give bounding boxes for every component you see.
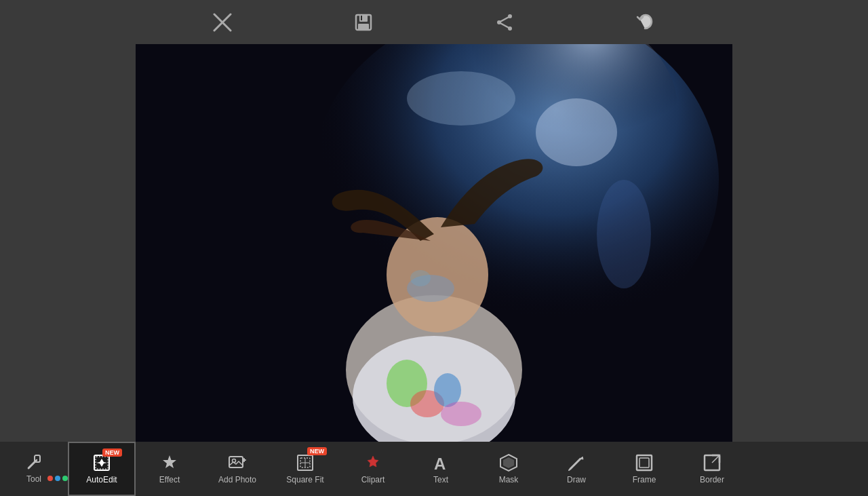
effect-label: Effect — [159, 475, 180, 484]
frame-label: Frame — [633, 475, 656, 484]
frame-button[interactable]: Frame — [610, 442, 678, 496]
bottom-toolbar: Download Tool NEW AutoEdit — [0, 442, 868, 496]
clipart-label: Clipart — [361, 475, 385, 484]
svg-marker-44 — [503, 457, 514, 468]
svg-rect-48 — [639, 458, 649, 468]
square-fit-button[interactable]: NEW Square Fit — [271, 442, 339, 496]
clipart-button[interactable]: Clipart — [339, 442, 407, 496]
tool-button[interactable]: Tool — [0, 442, 68, 496]
svg-rect-34 — [229, 457, 243, 468]
add-photo-label: Add Photo — [218, 475, 256, 484]
svg-point-16 — [597, 180, 651, 288]
mask-icon — [499, 453, 518, 472]
main-canvas — [136, 44, 732, 444]
autoedit-new-badge: NEW — [102, 449, 122, 457]
svg-point-15 — [536, 98, 617, 166]
add-photo-button[interactable]: Add Photo — [203, 442, 271, 496]
square-fit-icon — [296, 453, 315, 472]
draw-icon — [567, 453, 586, 472]
svg-line-9 — [501, 17, 509, 21]
squarefit-new-badge: NEW — [307, 447, 327, 455]
svg-line-10 — [501, 23, 509, 27]
svg-text:A: A — [434, 455, 446, 472]
svg-point-25 — [410, 270, 431, 286]
svg-line-45 — [570, 459, 580, 469]
svg-line-28 — [28, 462, 35, 468]
svg-marker-31 — [96, 459, 107, 467]
border-label: Border — [700, 475, 724, 484]
svg-line-46 — [569, 468, 571, 470]
share-button[interactable] — [488, 6, 521, 39]
top-toolbar — [0, 0, 868, 44]
tool-label: Tool — [26, 474, 41, 484]
frame-icon — [635, 453, 654, 472]
border-button[interactable]: Border — [678, 442, 746, 496]
svg-marker-32 — [163, 455, 176, 468]
svg-rect-3 — [359, 15, 368, 22]
mask-label: Mask — [499, 475, 519, 484]
text-icon: A — [431, 453, 450, 472]
svg-point-14 — [407, 71, 515, 126]
svg-rect-4 — [358, 24, 369, 30]
svg-point-22 — [441, 402, 481, 426]
effect-button[interactable]: Effect — [136, 442, 203, 496]
draw-label: Draw — [567, 475, 586, 484]
svg-line-50 — [712, 455, 719, 463]
svg-rect-5 — [361, 16, 362, 20]
draw-button[interactable]: Draw — [542, 442, 610, 496]
square-fit-label: Square Fit — [286, 475, 323, 484]
autoedit-label: AutoEdit — [86, 475, 117, 484]
tool-icon — [25, 454, 43, 472]
text-button[interactable]: A Text — [407, 442, 475, 496]
photo-display — [136, 44, 732, 444]
border-icon — [703, 453, 722, 472]
save-button[interactable] — [347, 6, 380, 39]
photo-svg — [136, 44, 732, 444]
mask-button[interactable]: Mask — [475, 442, 542, 496]
undo-button[interactable] — [629, 6, 662, 39]
text-label: Text — [433, 475, 448, 484]
clipart-icon — [363, 453, 382, 472]
effect-icon — [160, 453, 179, 472]
close-button[interactable] — [206, 6, 239, 39]
add-photo-icon — [228, 453, 247, 472]
autoedit-button[interactable]: NEW AutoEdit — [68, 442, 136, 496]
